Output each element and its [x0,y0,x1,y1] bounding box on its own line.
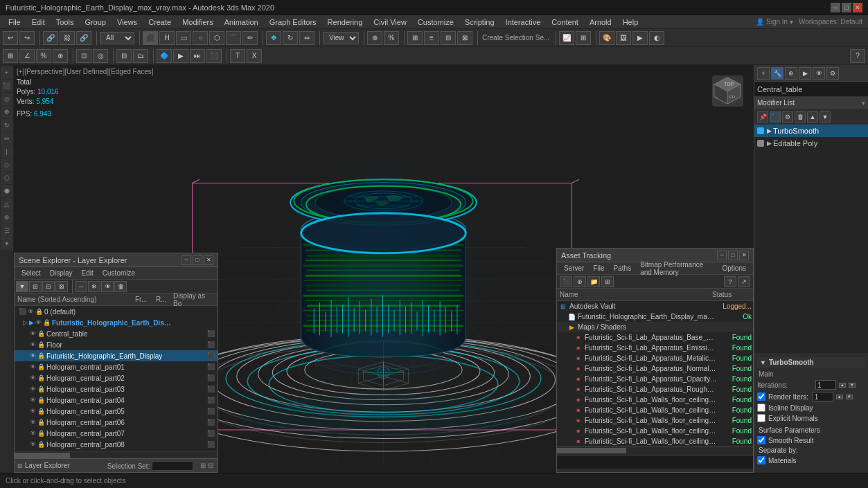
menu-edit[interactable]: Edit [26,17,51,28]
scene-explorer-list[interactable]: ⬛ 👁 🔒 0 (default) ▷ ▶ 👁 🔒 Futuristic_Hol… [15,306,218,451]
transform-type[interactable]: T [230,49,245,63]
rp-utilities[interactable]: ⚙ [826,67,839,80]
ap-minimize[interactable]: ─ [717,251,727,260]
rp-mod-delete[interactable]: 🗑 [795,111,806,123]
material-editor[interactable]: 🎨 [599,31,614,45]
ts-isoline-check[interactable] [757,404,765,412]
menu-group[interactable]: Group [79,17,112,28]
keyboard-shortcut[interactable]: % [384,31,399,45]
rp-mod-up[interactable]: ▲ [807,111,818,123]
ts-iter-down[interactable]: ▼ [849,383,856,388]
se-deselect[interactable]: ⊟ [42,281,55,292]
named-sel[interactable]: ⊡ [76,49,91,63]
snap-spinner[interactable]: ⊕ [53,49,68,63]
undo-button[interactable]: ↩ [3,31,18,45]
snap-angle[interactable]: ∠ [19,49,35,63]
ts-iter-up[interactable]: ▲ [839,383,846,388]
view-dropdown[interactable]: View [323,32,359,44]
align-button[interactable]: ≡ [424,31,439,45]
se-menu-customize[interactable]: Customize [98,268,139,278]
ap-hscroll[interactable] [557,446,753,455]
ap-menu-paths[interactable]: Paths [610,263,636,273]
ts-render-iters-input[interactable] [813,392,833,401]
ap-row-bitmap-8[interactable]: ■ Futuristic_Sci-fi_Lab_Walls_floor_ceil… [557,405,753,415]
render-prod[interactable]: ▶ [173,49,188,63]
se-invert[interactable]: ⊠ [55,281,68,292]
select-paint[interactable]: ✏ [242,31,258,45]
navigation-cube[interactable]: TOP FR L [709,72,747,110]
schematic-view[interactable]: ⊞ [576,31,591,45]
menu-create[interactable]: Create [143,17,177,28]
menu-interactive[interactable]: Interactive [500,17,547,28]
rp-mod-active[interactable]: ⬛ [770,111,781,123]
left-icon-11[interactable]: △ [1,198,13,210]
asset-tracking-list[interactable]: ⊞ Autodesk Vault Logged... 📄 Futuristic_… [557,301,753,446]
rp-mod-down[interactable]: ▼ [820,111,831,123]
render-frame[interactable]: ▶ [632,31,648,45]
select-name-button[interactable]: H [159,31,175,45]
ap-maximize[interactable]: □ [728,251,738,260]
ts-materials-check[interactable] [757,456,765,464]
close-button[interactable]: ✕ [853,3,862,12]
se-delete[interactable]: 🗑 [114,281,127,292]
menu-file[interactable]: File [3,17,26,28]
align-normal[interactable]: ⊠ [457,31,472,45]
rp-create[interactable]: + [757,67,770,80]
left-icon-2[interactable]: ⬛ [1,80,13,92]
snap-percent[interactable]: % [36,49,51,63]
se-minimize[interactable]: ─ [181,255,191,265]
menu-tools[interactable]: Tools [51,17,80,28]
se-row-part02[interactable]: 👁🔒 Hologram_central_part02 ⬛ [15,372,218,383]
ts-render-up[interactable]: ▲ [836,395,843,399]
sign-in[interactable]: 👤 Sign In ▾ [753,18,796,26]
se-hscroll-thumb[interactable] [15,453,70,458]
rp-modifier-list-dropdown[interactable]: ▾ [862,100,865,107]
rp-hierarchy[interactable]: ⊕ [785,67,797,80]
ap-tb-3[interactable]: 📁 [587,276,600,287]
viewport-3d[interactable]: [+][Perspective][User Defined][Edged Fac… [14,65,754,473]
left-icon-14[interactable]: ✦ [1,237,13,250]
ap-row-bitmap-5[interactable]: ■ Futuristic_Sci-fi_Lab_Apparatus_Opacit… [557,374,753,384]
ap-search-input[interactable] [560,458,750,466]
select-lasso[interactable]: ⌒ [226,31,241,45]
rp-modify[interactable]: 🔧 [771,67,783,80]
se-row-central-table[interactable]: 👁 🔒 Central_table ⬛ [15,328,218,339]
left-icon-8[interactable]: ◇ [1,159,13,171]
se-hscroll[interactable] [15,451,218,458]
link-button[interactable]: 🔗 [43,31,58,45]
rp-motion[interactable]: ▶ [799,67,811,80]
ap-row-bitmap-7[interactable]: ■ Futuristic_Sci-fi_Lab_Walls_floor_ceil… [557,395,753,405]
select-button[interactable]: ⬛ [143,31,158,45]
workspaces[interactable]: Workspaces: Default [796,18,865,26]
ts-render-down[interactable]: ▼ [846,395,853,399]
menu-views[interactable]: Views [112,17,143,28]
bake[interactable]: ⬛ [206,49,222,63]
menu-customize[interactable]: Customize [412,17,459,28]
help-icon[interactable]: ? [850,49,865,63]
active-shade[interactable]: ◐ [649,31,664,45]
ap-menu-bitmap[interactable]: Bitmap Performance and Memory [636,260,717,278]
menu-content[interactable]: Content [546,17,584,28]
menu-graph-editors[interactable]: Graph Editors [264,17,322,28]
rp-mod-pin[interactable]: 📌 [757,111,768,123]
curve-editor[interactable]: 📈 [559,31,574,45]
se-row-part04[interactable]: 👁🔒 Hologram_central_part04 ⬛ [15,395,218,406]
minimize-button[interactable]: ─ [831,3,840,12]
xform-type[interactable]: X [247,49,262,63]
menu-modifiers[interactable]: Modifiers [177,17,219,28]
snap-3d[interactable]: ⊞ [3,49,18,63]
se-row-1[interactable]: ▷ ▶ 👁 🔒 Futuristic_Holographic_Earth_Dis… [15,317,218,328]
se-row-0[interactable]: ⬛ 👁 🔒 0 (default) [15,306,218,317]
se-select-all[interactable]: ⊞ [29,281,42,292]
se-row-part03[interactable]: 👁🔒 Hologram_central_part03 ⬛ [15,383,218,395]
unlink-button[interactable]: ⛓ [60,31,75,45]
left-icon-13[interactable]: ☰ [1,224,13,237]
rp-mod-config[interactable]: ⚙ [782,111,793,123]
ap-tb-1[interactable]: ⬛ [560,276,572,287]
se-maximize[interactable]: □ [193,255,202,265]
ap-menu-server[interactable]: Server [560,263,588,273]
menu-arnold[interactable]: Arnold [584,17,617,28]
isolate-toggle[interactable]: ◎ [93,49,108,63]
se-row-floor[interactable]: 👁 🔒 Floor ⬛ [15,339,218,350]
ts-iterations-input[interactable] [815,380,836,390]
